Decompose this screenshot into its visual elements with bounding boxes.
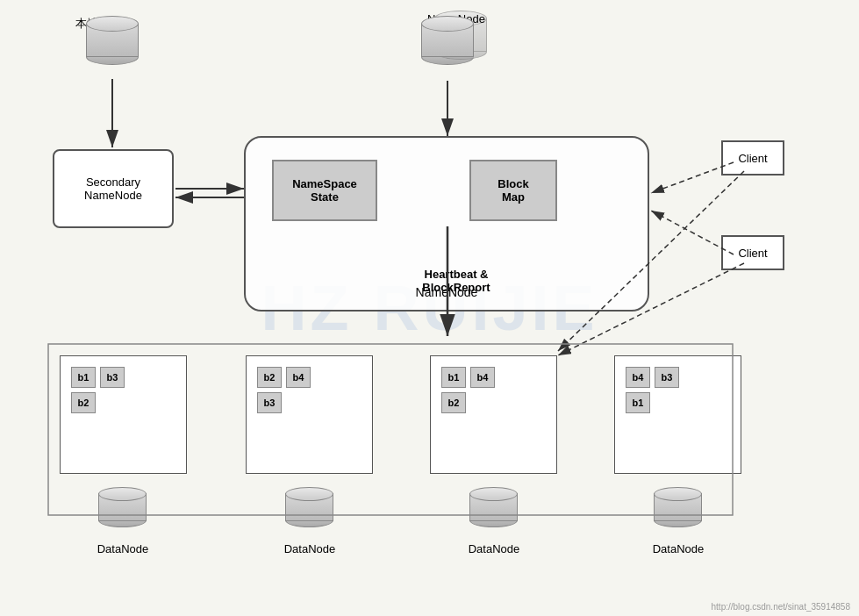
datanode3-container: b1 b4 b2 (430, 355, 557, 474)
dn3-b4: b4 (470, 367, 495, 388)
diagram-container: HZ RUIJIE (0, 0, 859, 616)
local-disk-cylinder (86, 16, 139, 65)
block-map-box: BlockMap (469, 160, 557, 221)
dn4-b1: b1 (626, 392, 650, 413)
datanode4-container: b4 b3 b1 (614, 355, 741, 474)
datanode2-label: DataNode (261, 542, 358, 555)
dn1-b1: b1 (71, 367, 96, 388)
datanode3-label: DataNode (446, 542, 542, 555)
client1-label: Client (738, 152, 767, 165)
namespace-state-box: NameSpaceState (272, 160, 377, 221)
dn1-b3: b3 (100, 367, 125, 388)
dn2-blocks: b2 b4 b3 (257, 367, 311, 418)
client2-box: Client (721, 235, 784, 270)
dn3-b1: b1 (441, 367, 466, 388)
dn4-blocks: b4 b3 b1 (626, 367, 679, 418)
datanode1-cylinder (98, 487, 147, 527)
datanode1-label: DataNode (75, 542, 171, 555)
dn4-b4: b4 (626, 367, 650, 388)
datanode2-cylinder (285, 487, 333, 527)
namespace-state-label: NameSpaceState (292, 177, 357, 204)
block-map-label: BlockMap (498, 177, 528, 204)
dn2-b3: b3 (257, 392, 282, 413)
datanode2-container: b2 b4 b3 (246, 355, 373, 474)
dn1-b2: b2 (71, 392, 96, 413)
dn1-blocks: b1 b3 b2 (71, 367, 125, 418)
heartbeat-label: Heartbeat &BlockReport (386, 268, 526, 294)
dn3-blocks: b1 b4 b2 (441, 367, 495, 418)
dn4-b3: b3 (655, 367, 679, 388)
client1-box: Client (721, 140, 784, 175)
url-label: http://blog.csdn.net/sinat_35914858 (712, 602, 850, 612)
dn2-b2: b2 (257, 367, 282, 388)
client2-label: Client (738, 247, 767, 260)
datanode3-cylinder (469, 487, 518, 527)
secondary-namenode-box: SecondaryNameNode (53, 149, 174, 228)
datanode4-label: DataNode (630, 542, 727, 555)
dn2-b4: b4 (286, 367, 311, 388)
datanode4-cylinder (654, 487, 702, 527)
dn3-b2: b2 (441, 392, 466, 413)
datanode1-container: b1 b3 b2 (60, 355, 187, 474)
secondary-namenode-label: SecondaryNameNode (84, 175, 142, 202)
